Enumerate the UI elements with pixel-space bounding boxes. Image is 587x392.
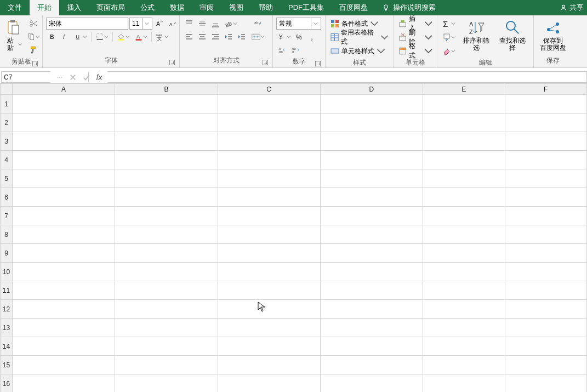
- tell-me-search[interactable]: 操作说明搜索: [375, 0, 442, 15]
- clipboard-dialog-launcher[interactable]: [32, 61, 38, 66]
- select-all-corner[interactable]: [1, 84, 13, 95]
- tab-page-layout[interactable]: 页面布局: [89, 0, 133, 15]
- cell[interactable]: [12, 356, 115, 374]
- cell[interactable]: [218, 207, 320, 225]
- functions-dropdown[interactable]: [54, 71, 66, 83]
- format-cells-button[interactable]: 格式: [397, 45, 434, 57]
- cell[interactable]: [423, 356, 505, 374]
- increase-indent-button[interactable]: [236, 31, 248, 43]
- cell[interactable]: [12, 263, 115, 281]
- column-header[interactable]: F: [505, 84, 586, 95]
- cell[interactable]: [423, 374, 505, 393]
- fill-color-button[interactable]: [115, 31, 132, 43]
- cell[interactable]: [115, 374, 218, 393]
- alignment-dialog-launcher[interactable]: [263, 60, 268, 65]
- font-size-combo[interactable]: [129, 18, 152, 30]
- formula-input-container[interactable]: [107, 71, 587, 83]
- cell[interactable]: [423, 132, 505, 151]
- cell[interactable]: [320, 151, 423, 169]
- cell[interactable]: [115, 263, 218, 281]
- formula-input[interactable]: [107, 72, 586, 82]
- cell[interactable]: [115, 113, 218, 132]
- cell[interactable]: [320, 374, 423, 393]
- autosum-button[interactable]: Σ: [441, 18, 457, 30]
- cell[interactable]: [423, 169, 505, 188]
- cell[interactable]: [423, 113, 505, 132]
- cell[interactable]: [505, 319, 586, 337]
- save-baidu-button[interactable]: 保存到 百度网盘: [537, 18, 569, 52]
- decrease-indent-button[interactable]: [223, 31, 235, 43]
- tab-baidu-netdisk[interactable]: 百度网盘: [332, 0, 375, 15]
- cell[interactable]: [320, 337, 423, 356]
- cell[interactable]: [423, 319, 505, 337]
- cell[interactable]: [12, 113, 115, 132]
- cell[interactable]: [218, 113, 320, 132]
- cell[interactable]: [115, 319, 218, 337]
- tab-formulas[interactable]: 公式: [133, 0, 162, 15]
- tab-home[interactable]: 开始: [30, 0, 59, 15]
- cell[interactable]: [218, 188, 320, 207]
- cell[interactable]: [12, 207, 115, 225]
- cell[interactable]: [423, 207, 505, 225]
- row-header[interactable]: 4: [1, 151, 13, 169]
- cell[interactable]: [12, 337, 115, 356]
- number-format-dropdown[interactable]: [311, 18, 320, 29]
- cell[interactable]: [505, 169, 586, 188]
- cell[interactable]: [423, 337, 505, 356]
- cell[interactable]: [115, 225, 218, 244]
- cell[interactable]: [218, 300, 320, 319]
- cell[interactable]: [115, 300, 218, 319]
- italic-button[interactable]: I: [59, 31, 71, 43]
- cell[interactable]: [505, 263, 586, 281]
- row-header[interactable]: 7: [1, 207, 13, 225]
- cell[interactable]: [505, 337, 586, 356]
- cell[interactable]: [505, 281, 586, 300]
- cell[interactable]: [218, 132, 320, 151]
- cell[interactable]: [505, 132, 586, 151]
- percent-style-button[interactable]: %: [294, 31, 306, 43]
- align-middle-button[interactable]: [196, 18, 208, 30]
- row-header[interactable]: 11: [1, 281, 13, 300]
- cell[interactable]: [115, 244, 218, 263]
- cell[interactable]: [320, 281, 423, 300]
- cell[interactable]: [115, 95, 218, 113]
- cell[interactable]: [12, 281, 115, 300]
- font-dialog-launcher[interactable]: [169, 60, 175, 65]
- cell[interactable]: [423, 263, 505, 281]
- phonetic-guide-button[interactable]: wén文: [154, 31, 170, 43]
- cell[interactable]: [218, 319, 320, 337]
- cell[interactable]: [320, 356, 423, 374]
- font-name-input[interactable]: [47, 18, 133, 29]
- insert-function-button[interactable]: fx: [93, 71, 105, 83]
- font-size-input[interactable]: [130, 18, 142, 29]
- cell[interactable]: [505, 356, 586, 374]
- increase-decimal-button[interactable]: .0.00: [276, 44, 288, 56]
- tab-pdf-tools[interactable]: PDF工具集: [281, 0, 332, 15]
- column-header[interactable]: D: [320, 84, 423, 95]
- cell[interactable]: [505, 151, 586, 169]
- align-top-button[interactable]: [183, 18, 195, 30]
- row-header[interactable]: 9: [1, 244, 13, 263]
- cell[interactable]: [320, 95, 423, 113]
- row-header[interactable]: 3: [1, 132, 13, 151]
- format-painter-button[interactable]: [25, 44, 42, 56]
- row-header[interactable]: 1: [1, 95, 13, 113]
- align-bottom-button[interactable]: [209, 18, 221, 30]
- cell[interactable]: [505, 374, 586, 393]
- tab-help[interactable]: 帮助: [251, 0, 281, 15]
- tab-file[interactable]: 文件: [0, 0, 30, 15]
- font-name-combo[interactable]: [46, 18, 128, 30]
- cell[interactable]: [218, 281, 320, 300]
- cell[interactable]: [218, 356, 320, 374]
- cell[interactable]: [218, 263, 320, 281]
- row-header[interactable]: 13: [1, 319, 13, 337]
- find-select-button[interactable]: 查找和选择: [495, 18, 529, 52]
- fill-button[interactable]: [441, 31, 457, 43]
- cell[interactable]: [423, 95, 505, 113]
- wrap-text-button[interactable]: ab: [250, 18, 266, 30]
- cell[interactable]: [115, 281, 218, 300]
- font-size-dropdown[interactable]: [142, 18, 151, 29]
- column-header[interactable]: B: [115, 84, 218, 95]
- cancel-formula-button[interactable]: [67, 71, 79, 83]
- row-header[interactable]: 10: [1, 263, 13, 281]
